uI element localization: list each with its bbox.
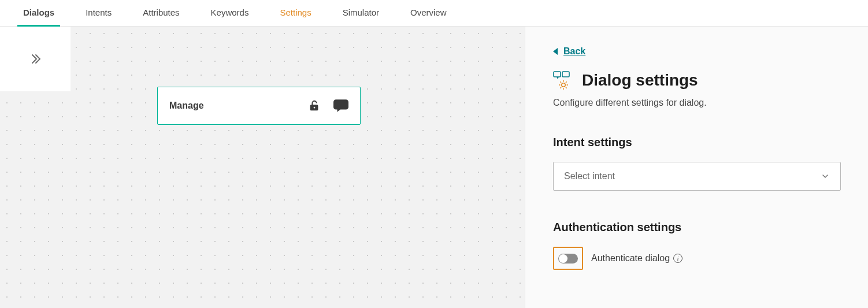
- top-tab-bar: Dialogs Intents Attributes Keywords Sett…: [0, 0, 868, 27]
- dialog-node-title: Manage: [169, 101, 308, 111]
- select-intent-placeholder: Select intent: [564, 171, 615, 181]
- svg-line-9: [560, 81, 561, 83]
- tab-dialogs[interactable]: Dialogs: [17, 0, 60, 27]
- svg-point-4: [562, 83, 565, 87]
- info-icon[interactable]: i: [673, 254, 682, 263]
- tab-keywords[interactable]: Keywords: [205, 0, 255, 27]
- settings-panel: Back Dialog settings Configure: [525, 27, 868, 308]
- auth-toggle-label: Authenticate dialog i: [591, 253, 682, 264]
- panel-subtitle: Configure different settings for dialog.: [553, 98, 840, 108]
- auth-toggle-row: Authenticate dialog i: [553, 247, 840, 270]
- panel-title-row: Dialog settings: [553, 71, 840, 90]
- select-intent-dropdown[interactable]: Select intent: [553, 162, 841, 191]
- dialog-node-manage[interactable]: Manage: [157, 87, 361, 125]
- chevron-down-icon: [821, 172, 830, 181]
- svg-line-11: [566, 81, 567, 83]
- svg-rect-2: [562, 72, 569, 77]
- svg-line-10: [566, 87, 567, 88]
- auth-toggle-label-text: Authenticate dialog: [591, 253, 670, 264]
- auth-toggle-highlight: [553, 247, 583, 270]
- tab-attributes[interactable]: Attributes: [137, 0, 185, 27]
- panel-title: Dialog settings: [582, 71, 698, 90]
- back-caret-icon: [553, 48, 559, 55]
- tab-overview[interactable]: Overview: [405, 0, 452, 27]
- svg-rect-1: [554, 72, 561, 77]
- unlock-icon: [308, 99, 321, 112]
- svg-marker-3: [557, 77, 559, 79]
- intent-settings-heading: Intent settings: [553, 136, 840, 149]
- dialog-node-icons: [308, 99, 348, 112]
- tab-simulator[interactable]: Simulator: [337, 0, 385, 27]
- dialog-settings-icon: [553, 71, 572, 90]
- workspace: Manage Back: [0, 27, 868, 308]
- auth-settings-heading: Authentication settings: [553, 221, 840, 234]
- tab-intents[interactable]: Intents: [80, 0, 117, 27]
- tab-settings[interactable]: Settings: [274, 0, 317, 27]
- svg-line-12: [560, 87, 561, 88]
- back-link[interactable]: Back: [553, 46, 585, 57]
- chevron-double-right-icon: [28, 52, 42, 66]
- auth-settings-section: Authentication settings Authenticate dia…: [553, 221, 840, 270]
- svg-marker-0: [553, 48, 558, 55]
- back-label: Back: [563, 46, 585, 57]
- auth-toggle[interactable]: [558, 254, 578, 264]
- expand-sidebar-button[interactable]: [0, 27, 71, 91]
- canvas-pane[interactable]: Manage: [0, 27, 525, 308]
- chat-icon: [333, 99, 348, 112]
